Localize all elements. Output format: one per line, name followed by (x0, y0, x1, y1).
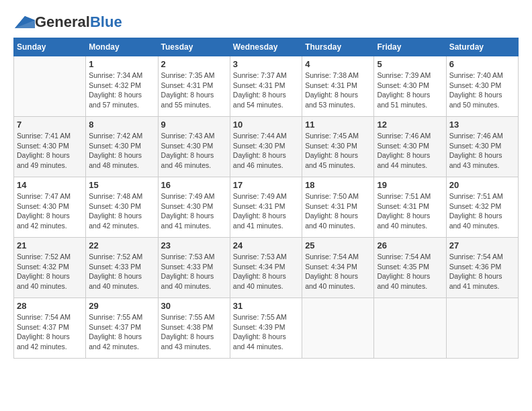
day-info: Sunrise: 7:35 AMSunset: 4:31 PMDaylight:… (161, 71, 227, 110)
calendar-cell: 1Sunrise: 7:34 AMSunset: 4:32 PMDaylight… (86, 56, 158, 117)
col-header-tuesday: Tuesday (158, 38, 230, 56)
calendar-cell: 6Sunrise: 7:40 AMSunset: 4:30 PMDaylight… (446, 56, 518, 117)
day-info: Sunrise: 7:44 AMSunset: 4:30 PMDaylight:… (233, 131, 299, 171)
calendar-cell: 15Sunrise: 7:48 AMSunset: 4:30 PMDayligh… (86, 177, 158, 238)
calendar-cell: 7Sunrise: 7:41 AMSunset: 4:30 PMDaylight… (14, 117, 86, 177)
day-number: 29 (89, 301, 154, 311)
day-number: 9 (161, 120, 227, 130)
logo: GeneralBlue (13, 13, 122, 31)
week-row-3: 21Sunrise: 7:52 AMSunset: 4:32 PMDayligh… (14, 238, 519, 298)
calendar-cell: 9Sunrise: 7:43 AMSunset: 4:30 PMDaylight… (158, 117, 230, 177)
day-number: 2 (161, 59, 227, 69)
day-number: 8 (89, 120, 154, 130)
day-number: 18 (305, 180, 371, 190)
col-header-sunday: Sunday (14, 38, 86, 56)
col-header-wednesday: Wednesday (230, 38, 302, 56)
day-info: Sunrise: 7:49 AMSunset: 4:31 PMDaylight:… (233, 191, 299, 231)
day-number: 27 (449, 240, 515, 250)
col-header-friday: Friday (374, 38, 446, 56)
calendar-cell: 2Sunrise: 7:35 AMSunset: 4:31 PMDaylight… (158, 56, 230, 117)
calendar-cell: 3Sunrise: 7:37 AMSunset: 4:31 PMDaylight… (230, 56, 302, 117)
calendar-cell: 5Sunrise: 7:39 AMSunset: 4:30 PMDaylight… (374, 56, 446, 117)
calendar-cell (446, 298, 518, 359)
day-info: Sunrise: 7:41 AMSunset: 4:30 PMDaylight:… (17, 131, 83, 171)
calendar-cell: 21Sunrise: 7:52 AMSunset: 4:32 PMDayligh… (14, 238, 86, 298)
day-number: 11 (305, 120, 371, 130)
week-row-2: 14Sunrise: 7:47 AMSunset: 4:30 PMDayligh… (14, 177, 519, 238)
day-info: Sunrise: 7:54 AMSunset: 4:35 PMDaylight:… (377, 252, 443, 291)
day-number: 19 (377, 180, 443, 190)
calendar-cell: 22Sunrise: 7:52 AMSunset: 4:33 PMDayligh… (86, 238, 158, 298)
day-info: Sunrise: 7:51 AMSunset: 4:32 PMDaylight:… (449, 191, 515, 231)
calendar-cell: 19Sunrise: 7:51 AMSunset: 4:31 PMDayligh… (374, 177, 446, 238)
day-info: Sunrise: 7:42 AMSunset: 4:30 PMDaylight:… (89, 131, 154, 171)
day-info: Sunrise: 7:51 AMSunset: 4:31 PMDaylight:… (377, 191, 443, 231)
day-number: 10 (233, 120, 299, 130)
calendar-cell: 29Sunrise: 7:55 AMSunset: 4:37 PMDayligh… (86, 298, 158, 359)
day-info: Sunrise: 7:46 AMSunset: 4:30 PMDaylight:… (377, 131, 443, 171)
calendar-cell (374, 298, 446, 359)
day-number: 23 (161, 240, 227, 250)
day-info: Sunrise: 7:55 AMSunset: 4:37 PMDaylight:… (89, 312, 154, 352)
calendar-cell: 10Sunrise: 7:44 AMSunset: 4:30 PMDayligh… (230, 117, 302, 177)
calendar-cell: 30Sunrise: 7:55 AMSunset: 4:38 PMDayligh… (158, 298, 230, 359)
col-header-monday: Monday (86, 38, 158, 56)
week-row-0: 1Sunrise: 7:34 AMSunset: 4:32 PMDaylight… (14, 56, 519, 117)
calendar-cell: 23Sunrise: 7:53 AMSunset: 4:33 PMDayligh… (158, 238, 230, 298)
day-number: 16 (161, 180, 227, 190)
day-number: 17 (233, 180, 299, 190)
day-info: Sunrise: 7:50 AMSunset: 4:31 PMDaylight:… (305, 191, 371, 231)
col-header-thursday: Thursday (302, 38, 374, 56)
logo-text: GeneralBlue (35, 13, 122, 31)
day-info: Sunrise: 7:54 AMSunset: 4:37 PMDaylight:… (17, 312, 83, 352)
col-header-saturday: Saturday (446, 38, 518, 56)
day-info: Sunrise: 7:39 AMSunset: 4:30 PMDaylight:… (377, 71, 443, 110)
day-info: Sunrise: 7:38 AMSunset: 4:31 PMDaylight:… (305, 71, 371, 110)
calendar-cell: 20Sunrise: 7:51 AMSunset: 4:32 PMDayligh… (446, 177, 518, 238)
day-number: 28 (17, 301, 83, 311)
day-info: Sunrise: 7:46 AMSunset: 4:30 PMDaylight:… (449, 131, 515, 171)
day-info: Sunrise: 7:55 AMSunset: 4:39 PMDaylight:… (233, 312, 299, 352)
day-number: 15 (89, 180, 154, 190)
calendar-cell: 4Sunrise: 7:38 AMSunset: 4:31 PMDaylight… (302, 56, 374, 117)
week-row-1: 7Sunrise: 7:41 AMSunset: 4:30 PMDaylight… (14, 117, 519, 177)
page-header: GeneralBlue (13, 13, 519, 31)
day-info: Sunrise: 7:45 AMSunset: 4:30 PMDaylight:… (305, 131, 371, 171)
day-info: Sunrise: 7:47 AMSunset: 4:30 PMDaylight:… (17, 191, 83, 231)
calendar-cell: 8Sunrise: 7:42 AMSunset: 4:30 PMDaylight… (86, 117, 158, 177)
day-number: 5 (377, 59, 443, 69)
day-info: Sunrise: 7:49 AMSunset: 4:30 PMDaylight:… (161, 191, 227, 231)
day-info: Sunrise: 7:54 AMSunset: 4:36 PMDaylight:… (449, 252, 515, 291)
day-number: 21 (17, 240, 83, 250)
day-number: 12 (377, 120, 443, 130)
calendar-cell: 13Sunrise: 7:46 AMSunset: 4:30 PMDayligh… (446, 117, 518, 177)
day-info: Sunrise: 7:40 AMSunset: 4:30 PMDaylight:… (449, 71, 515, 110)
calendar-cell: 14Sunrise: 7:47 AMSunset: 4:30 PMDayligh… (14, 177, 86, 238)
day-number: 25 (305, 240, 371, 250)
calendar-cell: 16Sunrise: 7:49 AMSunset: 4:30 PMDayligh… (158, 177, 230, 238)
day-number: 3 (233, 59, 299, 69)
calendar-cell (14, 56, 86, 117)
day-number: 4 (305, 59, 371, 69)
day-number: 30 (161, 301, 227, 311)
calendar-cell: 31Sunrise: 7:55 AMSunset: 4:39 PMDayligh… (230, 298, 302, 359)
week-row-4: 28Sunrise: 7:54 AMSunset: 4:37 PMDayligh… (14, 298, 519, 359)
day-info: Sunrise: 7:52 AMSunset: 4:32 PMDaylight:… (17, 252, 83, 291)
day-number: 20 (449, 180, 515, 190)
day-info: Sunrise: 7:54 AMSunset: 4:34 PMDaylight:… (305, 252, 371, 291)
day-number: 22 (89, 240, 154, 250)
calendar-cell: 24Sunrise: 7:53 AMSunset: 4:34 PMDayligh… (230, 238, 302, 298)
day-number: 13 (449, 120, 515, 130)
calendar-cell: 18Sunrise: 7:50 AMSunset: 4:31 PMDayligh… (302, 177, 374, 238)
day-info: Sunrise: 7:55 AMSunset: 4:38 PMDaylight:… (161, 312, 227, 352)
calendar-cell (302, 298, 374, 359)
calendar-cell: 26Sunrise: 7:54 AMSunset: 4:35 PMDayligh… (374, 238, 446, 298)
day-info: Sunrise: 7:43 AMSunset: 4:30 PMDaylight:… (161, 131, 227, 171)
day-info: Sunrise: 7:48 AMSunset: 4:30 PMDaylight:… (89, 191, 154, 231)
calendar-cell: 12Sunrise: 7:46 AMSunset: 4:30 PMDayligh… (374, 117, 446, 177)
day-info: Sunrise: 7:34 AMSunset: 4:32 PMDaylight:… (89, 71, 154, 110)
day-number: 7 (17, 120, 83, 130)
calendar-table: SundayMondayTuesdayWednesdayThursdayFrid… (13, 38, 519, 359)
day-number: 31 (233, 301, 299, 311)
day-number: 14 (17, 180, 83, 190)
